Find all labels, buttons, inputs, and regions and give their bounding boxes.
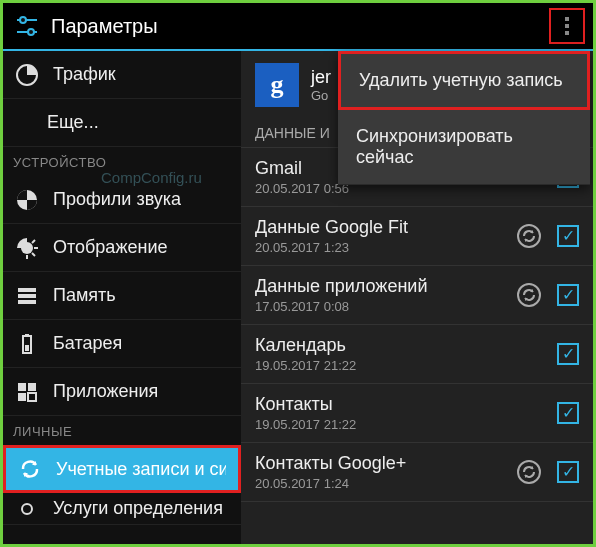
watermark-text: CompConfig.ru	[101, 169, 202, 186]
svg-rect-13	[18, 300, 36, 304]
checkmark-icon: ✓	[562, 228, 575, 244]
sync-item-timestamp: 17.05.2017 0:08	[255, 299, 515, 314]
sidebar-item-accounts-sync[interactable]: Учетные записи и син	[3, 445, 241, 493]
svg-point-1	[20, 17, 26, 23]
sync-in-progress-icon	[515, 281, 543, 309]
svg-point-23	[518, 284, 540, 306]
checkmark-icon: ✓	[562, 287, 575, 303]
overflow-menu-button[interactable]	[549, 8, 585, 44]
checkmark-icon: ✓	[562, 346, 575, 362]
sync-item-title: Контакты	[255, 394, 557, 415]
storage-icon	[15, 284, 39, 308]
location-icon	[15, 497, 39, 521]
sidebar-item-memory[interactable]: Память	[3, 272, 241, 320]
sidebar-item-display[interactable]: Отображение	[3, 224, 241, 272]
settings-sliders-icon	[11, 10, 43, 42]
checkmark-icon: ✓	[562, 464, 575, 480]
display-icon	[15, 236, 39, 260]
sync-icon	[18, 457, 42, 481]
sidebar-item-label: Услуги определения	[53, 498, 223, 519]
battery-icon	[15, 332, 39, 356]
sidebar-item-location-services[interactable]: Услуги определения	[3, 493, 241, 525]
svg-point-24	[518, 461, 540, 483]
sound-profiles-icon	[15, 188, 39, 212]
page-title: Параметры	[51, 15, 549, 38]
sync-checkbox[interactable]: ✓	[557, 402, 579, 424]
sidebar-item-label: Батарея	[53, 333, 122, 354]
svg-line-10	[32, 240, 35, 243]
sidebar-item-traffic[interactable]: Трафик	[3, 51, 241, 99]
sync-list: Gmail20.05.2017 0:56✓Данные Google Fit20…	[241, 148, 593, 502]
google-icon: g	[255, 63, 299, 107]
svg-rect-12	[18, 294, 36, 298]
sidebar-item-label: Трафик	[53, 64, 116, 85]
sync-item[interactable]: Данные Google Fit20.05.2017 1:23✓	[241, 207, 593, 266]
svg-rect-18	[28, 383, 36, 391]
section-header-personal: ЛИЧНЫЕ	[3, 416, 241, 445]
svg-line-8	[32, 253, 35, 256]
sync-item[interactable]: Контакты19.05.2017 21:22✓	[241, 384, 593, 443]
sidebar-item-label: Учетные записи и син	[56, 459, 226, 480]
sync-item-title: Контакты Google+	[255, 453, 515, 474]
traffic-icon	[15, 63, 39, 87]
sync-checkbox[interactable]: ✓	[557, 461, 579, 483]
sidebar-item-more[interactable]: Еще...	[3, 99, 241, 147]
account-name: jer	[311, 67, 331, 88]
sync-checkbox[interactable]: ✓	[557, 343, 579, 365]
svg-rect-19	[18, 393, 26, 401]
sync-item-timestamp: 20.05.2017 1:24	[255, 476, 515, 491]
svg-point-21	[22, 504, 32, 514]
sidebar-item-label: Профили звука	[53, 189, 181, 210]
sync-in-progress-icon	[515, 222, 543, 250]
svg-rect-20	[28, 393, 36, 401]
sync-in-progress-icon	[515, 458, 543, 486]
checkmark-icon: ✓	[562, 405, 575, 421]
sync-item-timestamp: 19.05.2017 21:22	[255, 358, 557, 373]
menu-item-delete-account[interactable]: Удалить учетную запись	[338, 51, 590, 110]
sync-checkbox[interactable]: ✓	[557, 284, 579, 306]
sync-item-title: Данные Google Fit	[255, 217, 515, 238]
svg-rect-15	[25, 334, 29, 337]
sidebar-item-battery[interactable]: Батарея	[3, 320, 241, 368]
svg-rect-17	[18, 383, 26, 391]
sync-item[interactable]: Календарь19.05.2017 21:22✓	[241, 325, 593, 384]
sync-item[interactable]: Контакты Google+20.05.2017 1:24✓	[241, 443, 593, 502]
sidebar-item-label: Память	[53, 285, 116, 306]
overflow-menu-popup: Удалить учетную запись Синхронизировать …	[338, 51, 590, 185]
sidebar-item-label: Приложения	[53, 381, 158, 402]
sync-checkbox[interactable]: ✓	[557, 225, 579, 247]
sync-item-timestamp: 20.05.2017 1:23	[255, 240, 515, 255]
sync-item-timestamp: 19.05.2017 21:22	[255, 417, 557, 432]
sidebar-item-label: Отображение	[53, 237, 167, 258]
settings-sidebar: Трафик Еще... УСТРОЙСТВО CompConfig.ru П…	[3, 51, 241, 544]
sidebar-item-apps[interactable]: Приложения	[3, 368, 241, 416]
apps-icon	[15, 380, 39, 404]
sync-item-title: Календарь	[255, 335, 557, 356]
svg-point-3	[28, 29, 34, 35]
svg-point-22	[518, 225, 540, 247]
svg-rect-11	[18, 288, 36, 292]
sidebar-item-label: Еще...	[47, 112, 99, 133]
menu-item-sync-now[interactable]: Синхронизировать сейчас	[338, 110, 590, 185]
account-type: Go	[311, 88, 331, 103]
svg-rect-16	[25, 345, 29, 351]
app-header: Параметры	[3, 3, 593, 51]
sync-item-title: Данные приложений	[255, 276, 515, 297]
sync-item[interactable]: Данные приложений17.05.2017 0:08✓	[241, 266, 593, 325]
